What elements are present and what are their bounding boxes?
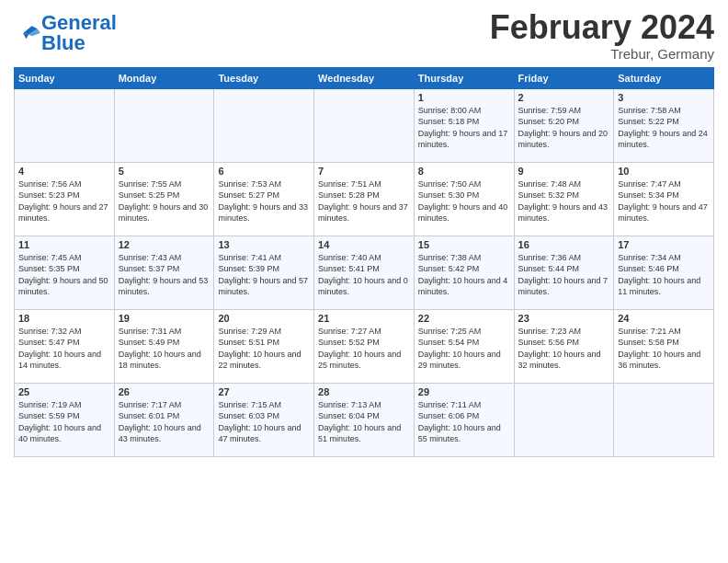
col-monday: Monday (114, 67, 214, 88)
calendar-cell: 24Sunrise: 7:21 AM Sunset: 5:58 PM Dayli… (614, 309, 714, 383)
day-number: 23 (518, 313, 610, 324)
calendar-week-3: 11Sunrise: 7:45 AM Sunset: 5:35 PM Dayli… (15, 236, 714, 309)
calendar-cell: 29Sunrise: 7:11 AM Sunset: 6:06 PM Dayli… (414, 383, 514, 456)
day-number: 2 (518, 92, 610, 103)
calendar-week-2: 4Sunrise: 7:56 AM Sunset: 5:23 PM Daylig… (15, 162, 714, 236)
col-sunday: Sunday (15, 67, 115, 88)
day-number: 8 (418, 166, 510, 177)
calendar-cell: 3Sunrise: 7:58 AM Sunset: 5:22 PM Daylig… (614, 88, 714, 162)
col-tuesday: Tuesday (214, 67, 314, 88)
calendar-cell (514, 383, 614, 456)
day-info: Sunrise: 7:31 AM Sunset: 5:49 PM Dayligh… (119, 326, 210, 372)
day-number: 27 (218, 386, 310, 397)
day-number: 26 (119, 386, 210, 397)
day-info: Sunrise: 7:21 AM Sunset: 5:58 PM Dayligh… (618, 326, 710, 372)
day-number: 21 (318, 313, 410, 324)
day-info: Sunrise: 7:25 AM Sunset: 5:54 PM Dayligh… (418, 326, 510, 372)
day-info: Sunrise: 7:11 AM Sunset: 6:06 PM Dayligh… (418, 399, 510, 445)
logo-text2: Blue (41, 31, 85, 54)
calendar-table: Sunday Monday Tuesday Wednesday Thursday… (14, 67, 714, 457)
day-number: 13 (218, 239, 310, 250)
col-saturday: Saturday (614, 67, 714, 88)
calendar-cell: 2Sunrise: 7:59 AM Sunset: 5:20 PM Daylig… (514, 88, 614, 162)
calendar-cell: 27Sunrise: 7:15 AM Sunset: 6:03 PM Dayli… (214, 383, 314, 456)
day-number: 6 (218, 166, 310, 177)
calendar-cell: 16Sunrise: 7:36 AM Sunset: 5:44 PM Dayli… (514, 236, 614, 309)
day-number: 12 (119, 239, 210, 250)
calendar-cell (114, 88, 214, 162)
calendar-cell: 10Sunrise: 7:47 AM Sunset: 5:34 PM Dayli… (614, 162, 714, 236)
calendar-cell: 25Sunrise: 7:19 AM Sunset: 5:59 PM Dayli… (15, 383, 115, 456)
calendar-cell: 13Sunrise: 7:41 AM Sunset: 5:39 PM Dayli… (214, 236, 314, 309)
calendar-cell: 15Sunrise: 7:38 AM Sunset: 5:42 PM Dayli… (414, 236, 514, 309)
day-info: Sunrise: 7:40 AM Sunset: 5:41 PM Dayligh… (318, 252, 410, 298)
day-number: 22 (418, 313, 510, 324)
day-info: Sunrise: 7:43 AM Sunset: 5:37 PM Dayligh… (119, 252, 210, 298)
day-info: Sunrise: 7:38 AM Sunset: 5:42 PM Dayligh… (418, 252, 510, 298)
calendar-cell: 11Sunrise: 7:45 AM Sunset: 5:35 PM Dayli… (15, 236, 115, 309)
calendar-cell: 9Sunrise: 7:48 AM Sunset: 5:32 PM Daylig… (514, 162, 614, 236)
day-number: 28 (318, 386, 410, 397)
calendar-cell (614, 383, 714, 456)
logo-bird-icon (16, 23, 41, 43)
day-info: Sunrise: 7:15 AM Sunset: 6:03 PM Dayligh… (218, 399, 310, 445)
calendar-cell: 21Sunrise: 7:27 AM Sunset: 5:52 PM Dayli… (314, 309, 415, 383)
day-number: 19 (119, 313, 210, 324)
day-info: Sunrise: 7:23 AM Sunset: 5:56 PM Dayligh… (518, 326, 610, 372)
day-number: 15 (418, 239, 510, 250)
day-info: Sunrise: 7:50 AM Sunset: 5:30 PM Dayligh… (418, 178, 510, 224)
header-row: Sunday Monday Tuesday Wednesday Thursday… (15, 67, 714, 88)
calendar-body: 1Sunrise: 8:00 AM Sunset: 5:18 PM Daylig… (15, 88, 714, 456)
day-info: Sunrise: 7:27 AM Sunset: 5:52 PM Dayligh… (318, 326, 410, 372)
calendar-week-5: 25Sunrise: 7:19 AM Sunset: 5:59 PM Dayli… (15, 383, 714, 456)
day-info: Sunrise: 7:55 AM Sunset: 5:25 PM Dayligh… (119, 178, 210, 224)
calendar-cell: 19Sunrise: 7:31 AM Sunset: 5:49 PM Dayli… (114, 309, 214, 383)
calendar-cell: 17Sunrise: 7:34 AM Sunset: 5:46 PM Dayli… (614, 236, 714, 309)
calendar-cell (314, 88, 415, 162)
calendar-cell: 22Sunrise: 7:25 AM Sunset: 5:54 PM Dayli… (414, 309, 514, 383)
calendar-cell: 12Sunrise: 7:43 AM Sunset: 5:37 PM Dayli… (114, 236, 214, 309)
calendar-cell: 23Sunrise: 7:23 AM Sunset: 5:56 PM Dayli… (514, 309, 614, 383)
calendar-cell: 5Sunrise: 7:55 AM Sunset: 5:25 PM Daylig… (114, 162, 214, 236)
calendar-cell: 4Sunrise: 7:56 AM Sunset: 5:23 PM Daylig… (15, 162, 115, 236)
calendar-week-1: 1Sunrise: 8:00 AM Sunset: 5:18 PM Daylig… (15, 88, 714, 162)
calendar-week-4: 18Sunrise: 7:32 AM Sunset: 5:47 PM Dayli… (15, 309, 714, 383)
calendar-cell: 8Sunrise: 7:50 AM Sunset: 5:30 PM Daylig… (414, 162, 514, 236)
day-number: 4 (18, 166, 110, 177)
header: GeneralBlue February 2024 Trebur, German… (14, 9, 714, 62)
day-info: Sunrise: 7:59 AM Sunset: 5:20 PM Dayligh… (518, 105, 610, 151)
logo-text: GeneralBlue (41, 13, 117, 53)
day-number: 29 (418, 386, 510, 397)
day-info: Sunrise: 7:17 AM Sunset: 6:01 PM Dayligh… (119, 399, 210, 445)
calendar-cell: 28Sunrise: 7:13 AM Sunset: 6:04 PM Dayli… (314, 383, 415, 456)
day-number: 24 (618, 313, 710, 324)
day-number: 16 (518, 239, 610, 250)
day-info: Sunrise: 7:13 AM Sunset: 6:04 PM Dayligh… (318, 399, 410, 445)
day-info: Sunrise: 7:51 AM Sunset: 5:28 PM Dayligh… (318, 178, 410, 224)
day-info: Sunrise: 7:47 AM Sunset: 5:34 PM Dayligh… (618, 178, 710, 224)
day-number: 9 (518, 166, 610, 177)
day-number: 5 (119, 166, 210, 177)
calendar-cell: 26Sunrise: 7:17 AM Sunset: 6:01 PM Dayli… (114, 383, 214, 456)
logo: GeneralBlue (14, 13, 117, 53)
day-info: Sunrise: 7:19 AM Sunset: 5:59 PM Dayligh… (18, 399, 110, 445)
month-title: February 2024 (490, 9, 714, 46)
calendar-cell: 1Sunrise: 8:00 AM Sunset: 5:18 PM Daylig… (414, 88, 514, 162)
calendar-cell (214, 88, 314, 162)
col-thursday: Thursday (414, 67, 514, 88)
day-info: Sunrise: 7:34 AM Sunset: 5:46 PM Dayligh… (618, 252, 710, 298)
calendar-cell (15, 88, 115, 162)
day-info: Sunrise: 7:36 AM Sunset: 5:44 PM Dayligh… (518, 252, 610, 298)
calendar-cell: 6Sunrise: 7:53 AM Sunset: 5:27 PM Daylig… (214, 162, 314, 236)
day-info: Sunrise: 7:32 AM Sunset: 5:47 PM Dayligh… (18, 326, 110, 372)
day-number: 14 (318, 239, 410, 250)
day-info: Sunrise: 7:41 AM Sunset: 5:39 PM Dayligh… (218, 252, 310, 298)
day-info: Sunrise: 7:45 AM Sunset: 5:35 PM Dayligh… (18, 252, 110, 298)
calendar-cell: 14Sunrise: 7:40 AM Sunset: 5:41 PM Dayli… (314, 236, 415, 309)
day-number: 3 (618, 92, 710, 103)
day-info: Sunrise: 7:53 AM Sunset: 5:27 PM Dayligh… (218, 178, 310, 224)
calendar-cell: 7Sunrise: 7:51 AM Sunset: 5:28 PM Daylig… (314, 162, 415, 236)
calendar-cell: 18Sunrise: 7:32 AM Sunset: 5:47 PM Dayli… (15, 309, 115, 383)
day-info: Sunrise: 7:48 AM Sunset: 5:32 PM Dayligh… (518, 178, 610, 224)
day-number: 17 (618, 239, 710, 250)
